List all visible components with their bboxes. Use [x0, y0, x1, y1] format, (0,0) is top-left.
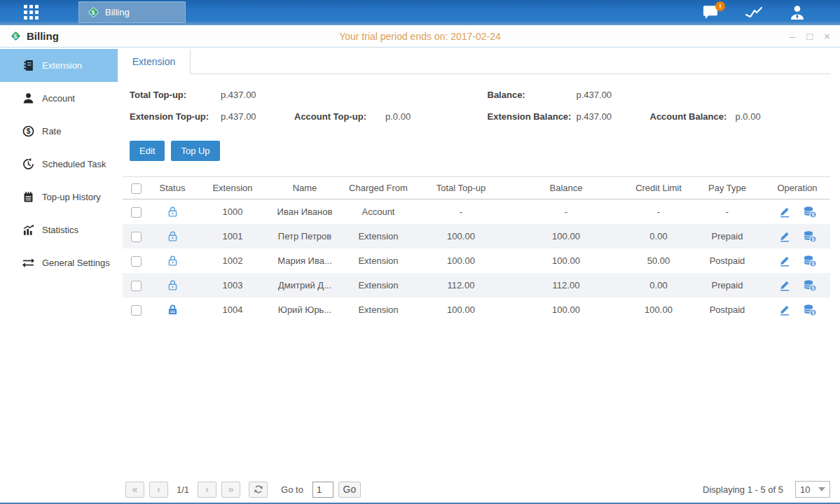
status-cell — [149, 206, 195, 218]
line-chart-icon[interactable] — [745, 4, 763, 22]
extension-cell: 1000 — [195, 206, 270, 217]
status-cell — [149, 255, 195, 267]
account-balance-value: p.0.00 — [736, 111, 761, 122]
total-topup-cell: 112.00 — [417, 280, 505, 290]
tab-strip: Extension — [118, 49, 830, 74]
top-up-coins-icon[interactable]: $ — [803, 230, 817, 243]
top-up-coins-icon[interactable]: $ — [803, 206, 817, 218]
window-title-bar: $ Billing Your trial period ends on: 201… — [0, 25, 840, 48]
top-up-coins-icon[interactable]: $ — [803, 255, 817, 267]
operation-cell: $ — [764, 304, 830, 316]
credit-limit-cell: 50.00 — [627, 255, 690, 266]
edit-button[interactable]: Edit — [130, 141, 165, 161]
prev-page-button[interactable]: ‹ — [149, 482, 168, 498]
total-topup-value: p.437.00 — [221, 90, 256, 100]
account-topup-label: Account Top-up: — [294, 111, 385, 122]
transfer-arrows-icon — [22, 257, 34, 269]
table-row: 1001 Петр Петров Extension 100.00 100.00… — [123, 224, 830, 248]
tab-extension[interactable]: Extension — [118, 49, 191, 74]
first-page-button[interactable]: « — [125, 482, 144, 498]
balance-value: p.437.00 — [577, 90, 612, 100]
edit-pencil-icon[interactable] — [778, 279, 791, 291]
pay-type-cell: Prepaid — [690, 280, 764, 290]
edit-pencil-icon[interactable] — [778, 230, 791, 242]
total-topup-label: Total Top-up: — [130, 90, 221, 100]
top-up-coins-icon[interactable]: $ — [803, 279, 817, 292]
sidebar-item-extension[interactable]: Extension — [0, 49, 118, 82]
row-checkbox[interactable] — [131, 207, 142, 218]
go-button[interactable]: Go — [338, 482, 361, 498]
sidebar-item-account[interactable]: Account — [0, 82, 118, 115]
unlocked-icon — [167, 230, 179, 242]
balance-cell: 112.00 — [505, 280, 627, 290]
operation-cell: $ — [764, 255, 830, 267]
sidebar-item-scheduled-task[interactable]: Scheduled Task — [0, 148, 118, 181]
col-operation: Operation — [764, 183, 830, 193]
sidebar-item-general-settings[interactable]: General Settings — [0, 246, 118, 279]
clock-icon — [22, 158, 34, 170]
person-icon[interactable] — [788, 4, 806, 22]
sidebar-item-label: Statistics — [42, 225, 78, 235]
row-checkbox[interactable] — [131, 232, 142, 242]
edit-pencil-icon[interactable] — [778, 255, 791, 267]
col-extension: Extension — [195, 183, 270, 193]
sidebar-item-statistics[interactable]: Statistics — [0, 214, 118, 246]
balance-cell: 100.00 — [505, 231, 627, 241]
notepad-icon — [22, 191, 34, 203]
next-page-button[interactable]: › — [198, 482, 216, 498]
dollar-circle-icon: $ — [22, 125, 34, 137]
billing-app-tab[interactable]: $ Billing — [78, 1, 186, 23]
credit-limit-cell: 0.00 — [627, 280, 690, 290]
pay-type-cell: Prepaid — [690, 231, 764, 241]
unlocked-icon — [167, 255, 179, 267]
name-cell: Мария Ива... — [270, 255, 340, 266]
name-cell: Юрий Юрь... — [270, 304, 340, 315]
top-up-button[interactable]: Top Up — [171, 141, 219, 161]
page-indicator: 1/1 — [177, 484, 189, 495]
row-checkbox[interactable] — [131, 256, 142, 267]
row-checkbox[interactable] — [131, 305, 142, 316]
charged-from-cell: Account — [340, 206, 417, 217]
minimize-icon[interactable]: – — [790, 31, 795, 41]
table-row: 1002 Мария Ива... Extension 100.00 100.0… — [123, 248, 830, 273]
col-balance: Balance — [505, 183, 627, 193]
unlocked-icon — [167, 279, 179, 291]
extension-topup-label: Extension Top-up: — [130, 111, 221, 122]
table-row: 1003 Дмитрий Д... Extension 112.00 112.0… — [123, 273, 830, 298]
credit-limit-cell: - — [627, 206, 690, 217]
col-status: Status — [149, 183, 195, 193]
row-checkbox[interactable] — [131, 281, 142, 291]
sidebar-item-topup-history[interactable]: Top-up History — [0, 181, 118, 214]
sidebar-item-label: Scheduled Task — [42, 159, 106, 169]
sidebar: Extension Account $ Rate Scheduled Task — [0, 48, 118, 504]
table-row: 1000 Иван Иванов Account - - - - — [123, 200, 830, 224]
last-page-button[interactable]: » — [221, 482, 240, 498]
edit-pencil-icon[interactable] — [778, 206, 791, 218]
maximize-icon[interactable]: □ — [806, 31, 813, 41]
edit-pencil-icon[interactable] — [778, 304, 791, 316]
page-size-select[interactable]: 10 — [795, 481, 830, 498]
main-content: Extension Total Top-up: p.437.00 Extensi… — [118, 48, 840, 504]
sidebar-item-rate[interactable]: $ Rate — [0, 115, 118, 148]
total-topup-cell: - — [417, 206, 505, 217]
credit-limit-cell: 0.00 — [627, 231, 690, 241]
total-topup-cell: 100.00 — [417, 255, 505, 266]
top-up-coins-icon[interactable]: $ — [803, 304, 817, 316]
page-size-value: 10 — [800, 484, 810, 495]
close-icon[interactable]: × — [824, 31, 830, 41]
pay-type-cell: Postpaid — [690, 304, 764, 315]
col-charged-from: Charged From — [340, 183, 417, 193]
notification-badge: ! — [715, 1, 725, 11]
refresh-icon — [254, 484, 263, 494]
sidebar-item-label: Rate — [42, 126, 61, 136]
message-icon[interactable]: ! — [701, 4, 719, 22]
goto-page-input[interactable] — [312, 482, 333, 498]
select-all-checkbox[interactable] — [131, 183, 142, 194]
sidebar-item-label: Account — [42, 93, 75, 104]
app-launcher-icon[interactable] — [24, 5, 50, 20]
locked-icon — [167, 304, 179, 316]
extension-cell: 1003 — [195, 280, 270, 290]
table-header: Status Extension Name Charged From Total… — [123, 176, 830, 200]
refresh-button[interactable] — [249, 482, 268, 498]
credit-limit-cell: 100.00 — [627, 304, 690, 315]
